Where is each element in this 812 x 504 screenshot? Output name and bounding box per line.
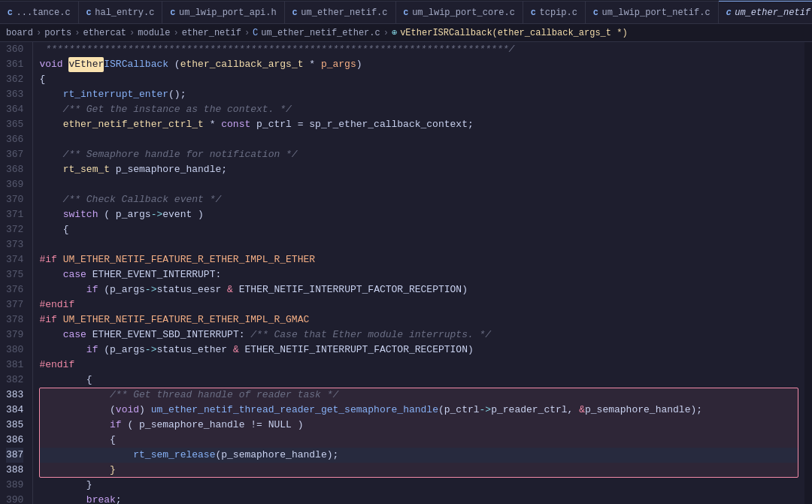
crumb-ethercat[interactable]: ethercat [83,28,126,38]
crumb-board[interactable]: board [6,28,33,38]
selected-block: /** Get thread handle of reader task */ … [39,388,798,478]
ln-387: 387 [6,448,23,463]
tab-icon: C [531,8,536,17]
crumb-function[interactable]: vEtherISRCallback(ether_callback_args_t … [400,28,627,38]
code-line-376: if (p_args->status_eesr & ETHER_NETIF_IN… [39,282,798,297]
crumb-file-icon: C [253,28,258,38]
code-line-361: void vEtherISRCallback (ether_callback_a… [39,57,798,72]
code-line-363: rt_interrupt_enter(); [39,87,798,102]
ln-361: 361 [6,57,23,72]
editor-container: C ...tance.c C hal_entry.c C um_lwip_por… [0,0,812,504]
crumb-ports[interactable]: ports [44,28,71,38]
ln-378: 378 [6,312,23,327]
code-line-371: switch ( p_args->event ) [39,207,798,222]
tab-icon: C [8,8,13,17]
tab-icon: C [292,8,298,17]
ln-380: 380 [6,343,23,358]
sep1: › [36,28,41,38]
sep6: › [383,28,389,38]
ln-379: 379 [6,327,23,343]
code-line-384: (void) um_ether_netif_thread_reader_get_… [39,403,798,418]
code-line-381: #endif [39,358,798,373]
tab-label: tcpip.c [540,8,577,18]
code-line-380: if (p_args->status_ether & ETHER_NETIF_I… [39,343,798,358]
code-content: ****************************************… [33,42,804,504]
tab-icon: C [170,8,175,17]
code-line-387: rt_sem_release(p_semaphore_handle); [39,448,798,463]
tab-um-ether-netif-active[interactable]: C um_ether_netif.c [719,1,812,23]
tab-label: um_lwip_port_api.h [179,8,277,18]
line-numbers: 360 361 362 363 364 365 366 367 368 369 … [0,42,33,504]
tab-bar: C ...tance.c C hal_entry.c C um_lwip_por… [0,0,812,24]
ln-381: 381 [6,358,23,373]
ln-362: 362 [6,72,23,87]
tab-tcpip[interactable]: C tcpip.c [523,1,586,23]
code-line-379: case ETHER_EVENT_SBD_INTERRUPT: /** Case… [39,327,798,343]
tab-hal-entry[interactable]: C hal_entry.c [79,1,163,23]
ln-372: 372 [6,222,23,237]
ln-375: 375 [6,267,23,282]
code-line-382: { [39,373,798,388]
ln-369: 369 [6,177,23,192]
crumb-ether-netif[interactable]: ether_netif [182,28,241,38]
code-line-362: { [39,72,798,87]
code-line-367: /** Semaphore handle for notification */ [39,147,798,162]
code-line-373 [39,237,798,252]
crumb-func-icon: ⊕ [392,27,397,38]
tab-um-lwip-port-netif[interactable]: C um_lwip_port_netif.c [586,1,719,23]
ln-388: 388 [6,463,23,478]
ln-364: 364 [6,102,23,117]
crumb-module[interactable]: module [138,28,170,38]
ln-366: 366 [6,132,23,147]
code-line-390: break; [39,493,798,504]
tab-icon: C [726,8,732,17]
code-line-365: ether_netif_ether_ctrl_t * const p_ctrl … [39,117,798,132]
tab-um-lwip-port-core[interactable]: C um_lwip_port_core.c [396,1,523,23]
code-line-364: /** Get the instance as the context. */ [39,102,798,117]
breadcrumb: board › ports › ethercat › module › ethe… [0,24,812,42]
ln-370: 370 [6,192,23,207]
code-line-389: } [39,478,798,493]
ln-374: 374 [6,252,23,267]
tab-label: um_ether_netif.c [301,8,387,18]
tab-icon: C [593,8,598,17]
ln-384: 384 [6,403,23,418]
ln-360: 360 [6,42,23,57]
code-line-378: #if UM_ETHER_NETIF_FEATURE_R_ETHER_IMPL_… [39,312,798,327]
ln-389: 389 [6,478,23,493]
code-line-386: { [39,433,798,448]
ln-377: 377 [6,297,23,312]
tab-instance[interactable]: C ...tance.c [0,1,79,23]
code-line-377: #endif [39,297,798,312]
ln-363: 363 [6,87,23,102]
code-line-366 [39,132,798,147]
tab-label: hal_entry.c [95,8,154,18]
sep4: › [173,28,178,38]
tab-icon: C [86,8,92,17]
code-line-383: /** Get thread handle of reader task */ [39,388,798,403]
sep2: › [74,28,80,38]
crumb-filename[interactable]: um_ether_netif_ether.c [261,28,380,38]
code-line-372: { [39,222,798,237]
tab-icon: C [404,8,409,17]
sep5: › [244,28,250,38]
code-line-360: ****************************************… [39,42,798,57]
ln-371: 371 [6,207,23,222]
tab-label: um_lwip_port_netif.c [602,8,710,18]
tab-um-ether-netif[interactable]: C um_ether_netif.c [285,1,396,23]
tab-um-lwip-port-api[interactable]: C um_lwip_port_api.h [162,1,284,23]
tab-label: um_ether_netif.c [735,8,812,18]
code-line-369 [39,177,798,192]
code-line-374: #if UM_ETHER_NETIF_FEATURE_R_ETHER_IMPL_… [39,252,798,267]
sep3: › [129,28,135,38]
code-line-375: case ETHER_EVENT_INTERRUPT: [39,267,798,282]
scrollbar[interactable] [804,42,812,504]
ln-365: 365 [6,117,23,132]
ln-376: 376 [6,282,23,297]
ln-368: 368 [6,162,23,177]
ln-385: 385 [6,418,23,433]
tab-label: um_lwip_port_core.c [412,8,515,18]
ln-386: 386 [6,433,23,448]
code-line-368: rt_sem_t p_semaphore_handle; [39,162,798,177]
ln-373: 373 [6,237,23,252]
